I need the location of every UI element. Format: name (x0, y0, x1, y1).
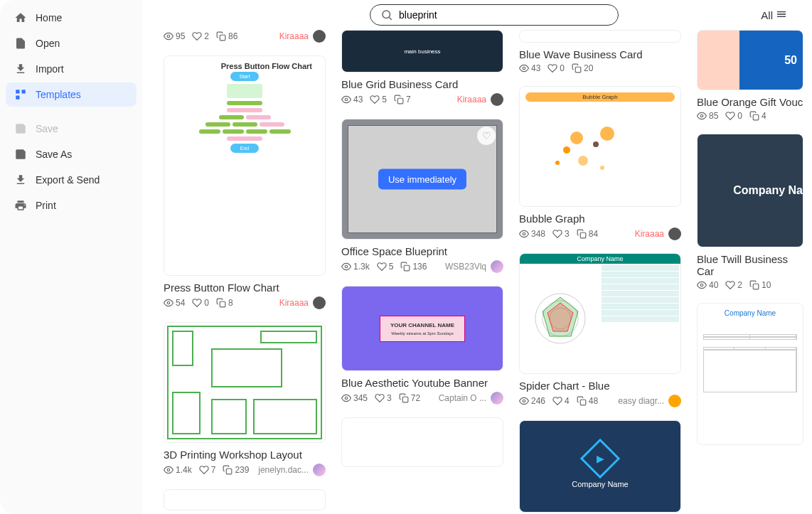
template-card-bubble[interactable]: Bubble Graph Bubble Graph (519, 86, 681, 240)
template-card-company-logo[interactable]: Company Name (519, 420, 681, 513)
sidebar-label: Templates (36, 89, 81, 100)
svg-point-5 (167, 35, 170, 38)
card-thumbnail[interactable]: YOUR CHANNEL NAME Weekly streams at 3pm … (341, 286, 503, 371)
sidebar-item-export[interactable]: Export & Send (6, 168, 137, 192)
card-meta: 43 0 20 (519, 63, 681, 73)
copy-icon (216, 31, 226, 41)
card-thumbnail[interactable] (519, 30, 681, 43)
card-title: Blue Orange Gift Vouc (697, 96, 803, 108)
author-name[interactable]: WSB23Vlq (445, 262, 486, 272)
sidebar-label: Open (36, 38, 60, 49)
sidebar-label: Save (36, 123, 58, 134)
author-name[interactable]: Kiraaaa (279, 31, 309, 41)
sidebar: Home Open Import Templates Save Save As … (0, 0, 142, 514)
template-card-youtube[interactable]: YOUR CHANNEL NAME Weekly streams at 3pm … (341, 286, 503, 405)
author-name[interactable]: Kiraaaa (635, 229, 664, 239)
topbar: All (142, 0, 812, 30)
author-name[interactable]: jenelyn.dac... (258, 465, 309, 475)
svg-point-17 (523, 67, 525, 70)
avatar (313, 30, 326, 43)
card-thumbnail[interactable] (341, 417, 503, 467)
copy-icon (216, 298, 226, 308)
heart-icon (375, 393, 385, 403)
card-thumbnail[interactable]: ♡ Use immediately (341, 119, 503, 240)
svg-point-26 (523, 400, 525, 402)
author-name[interactable]: easy diagr... (618, 396, 664, 406)
card-thumbnail[interactable]: main business (341, 30, 503, 73)
template-card-press-button[interactable]: Press Button Flow Chart Start (164, 55, 326, 309)
copy-icon (577, 396, 587, 406)
copy-icon (399, 393, 409, 403)
sidebar-item-open[interactable]: Open (6, 31, 137, 55)
card-thumbnail[interactable]: Company Name (697, 303, 803, 445)
avatar (491, 392, 503, 405)
card-thumbnail[interactable]: Company Name (519, 253, 681, 374)
card-thumbnail[interactable]: Company Name (519, 420, 681, 513)
favorite-button[interactable]: ♡ (477, 127, 496, 145)
card-meta: 1.3k 5 136 WSB23Vlq (341, 260, 503, 273)
card-title: Blue Grid Business Card (341, 78, 503, 90)
template-card[interactable]: 95 2 86 Kiraaaa (164, 30, 326, 43)
template-card-form[interactable]: Company Name (697, 303, 803, 445)
card-thumbnail[interactable] (164, 322, 326, 443)
template-icon (14, 88, 27, 101)
template-card-twill[interactable]: Company Na Blue Twill Business Car 40 2 … (697, 134, 803, 290)
sidebar-item-save-as[interactable]: Save As (6, 142, 137, 166)
card-title: 3D Printing Workshop Layout (164, 449, 326, 461)
sidebar-item-home[interactable]: Home (6, 6, 137, 30)
avatar (491, 93, 503, 106)
copy-icon (749, 280, 759, 290)
card-thumbnail[interactable] (164, 489, 326, 510)
svg-point-28 (700, 114, 703, 117)
eye-icon (341, 393, 351, 403)
copy-icon (749, 111, 759, 121)
card-meta: 348 3 84 Kiraaaa (519, 227, 681, 240)
sidebar-item-print[interactable]: Print (6, 193, 137, 218)
save-icon (14, 122, 27, 135)
template-card[interactable] (164, 489, 326, 510)
card-thumbnail[interactable]: Company Na (697, 134, 803, 247)
card-thumbnail[interactable]: Bubble Graph (519, 86, 681, 207)
template-card-blue-wave[interactable]: Blue Wave Business Card 43 0 20 (519, 30, 681, 73)
svg-line-4 (389, 17, 391, 19)
svg-rect-29 (753, 114, 759, 120)
eye-icon (519, 396, 529, 406)
template-card[interactable] (341, 417, 503, 467)
sidebar-label: Home (36, 12, 62, 23)
svg-rect-16 (402, 397, 408, 402)
search-box[interactable] (370, 4, 619, 26)
eye-icon (697, 111, 707, 121)
heart-icon (547, 63, 557, 73)
svg-point-15 (345, 397, 348, 400)
sidebar-item-templates[interactable]: Templates (6, 82, 137, 107)
search-input[interactable] (399, 9, 608, 21)
author-name[interactable]: Captain O ... (439, 393, 486, 403)
template-card-office-space[interactable]: ♡ Use immediately Office Space Blueprint… (341, 119, 503, 273)
svg-rect-0 (16, 90, 19, 93)
svg-rect-6 (220, 35, 225, 41)
use-immediately-button[interactable]: Use immediately (378, 169, 466, 190)
filter-label: All (761, 9, 773, 21)
template-card-3d-printing[interactable]: 3D Printing Workshop Layout 1.4k 7 239 j… (164, 322, 326, 476)
heart-icon (370, 95, 380, 105)
heart-icon (552, 229, 562, 239)
card-thumbnail[interactable]: 50 (697, 30, 803, 90)
template-card-spider[interactable]: Company Name Spider Chart - Blue 246 4 4… (519, 253, 681, 407)
template-grid[interactable]: 95 2 86 Kiraaaa Press Button Flow Chart … (142, 30, 812, 514)
sidebar-item-import[interactable]: Import (6, 57, 137, 81)
template-card-voucher[interactable]: 50 Blue Orange Gift Vouc 85 0 4 (697, 30, 803, 121)
template-card-blue-grid[interactable]: main business Blue Grid Business Card 43… (341, 30, 503, 106)
card-thumbnail[interactable]: Press Button Flow Chart Start (164, 55, 326, 276)
author-name[interactable]: Kiraaaa (457, 95, 486, 105)
import-icon (14, 63, 27, 75)
svg-rect-12 (397, 98, 403, 104)
heart-icon (199, 465, 209, 475)
copy-icon (400, 262, 410, 272)
author-name[interactable]: Kiraaaa (279, 298, 309, 308)
svg-point-9 (167, 469, 170, 471)
avatar (668, 395, 681, 407)
card-meta: 54 0 8 Kiraaaa (164, 296, 326, 309)
filter-all-button[interactable]: All (761, 9, 787, 22)
sidebar-label: Import (36, 63, 64, 75)
svg-point-3 (383, 11, 390, 18)
